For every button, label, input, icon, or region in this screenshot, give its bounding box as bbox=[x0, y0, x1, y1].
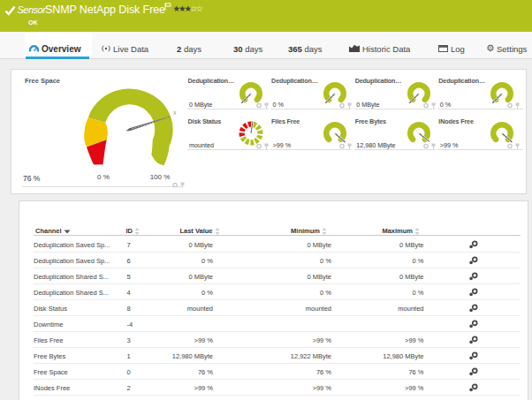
svg-text:x: x bbox=[173, 109, 177, 116]
